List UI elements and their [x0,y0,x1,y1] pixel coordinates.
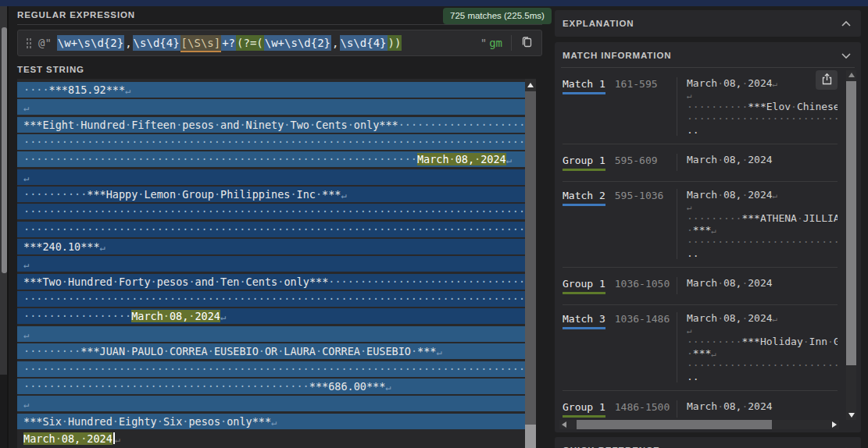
whitespace-dots: ········································… [23,223,525,236]
whitespace-dots: · [113,276,119,288]
whitespace-dots: · [827,336,834,347]
triangle-left-icon[interactable] [562,421,566,428]
newline-icon: ↵ [341,190,346,201]
test-string-content[interactable]: ····***815.92***↵↵***Eight·Hundred·Fifte… [17,82,525,448]
text-run: ***Two·Hundred·Forty·pesos·and·Ten·Cents… [23,276,328,288]
test-string-line[interactable]: ↵ [17,256,525,272]
regex-token[interactable]: \s\d{4} [133,35,180,51]
explanation-panel[interactable]: EXPLANATION [555,10,861,37]
whitespace-dots: ···· [23,84,49,96]
scroll-up-button[interactable] [525,79,536,91]
match-content-line: ↵ [687,201,838,212]
test-string-line[interactable]: ········································… [17,222,525,237]
regex-token[interactable]: \w+\s\d{2} [264,35,331,51]
test-string-line[interactable]: ***Six·Hundred·Eighty·Six·pesos·only***↵ [17,414,525,429]
match-range: 1486-1500 [615,401,670,413]
whitespace-dots: · [741,77,748,89]
regex-token[interactable]: )) [388,35,402,51]
editor-scrollbar[interactable] [525,79,536,448]
quick-reference-panel[interactable]: QUICK REFERENCE [555,437,861,448]
text-run: ***686.00*** [309,380,386,393]
match-entry[interactable]: Match 2595-1036March·08,·2024↵↵·········… [563,181,838,267]
triangle-down-icon[interactable] [848,413,855,418]
whitespace-dots: ······························ [687,359,838,371]
triangle-up-icon[interactable] [848,73,855,77]
group-entry[interactable]: Group 1595-609March·08,·2024 [563,144,838,181]
match-content: March·08,·2024↵↵·········***Holiday·Inn·… [677,312,838,382]
group-entry[interactable]: Group 11036-1050March·08,·2024 [563,267,838,304]
test-string-line[interactable]: ↵ [17,99,525,115]
regex-token[interactable]: [\S\s] [180,35,222,52]
regex-flags[interactable]: gm [489,37,502,49]
whitespace-dots: · [316,345,322,357]
regex-token[interactable]: , [331,35,339,51]
match-label[interactable]: Match 1 [563,78,605,94]
triangle-up-icon [527,83,534,87]
test-string-editor[interactable]: ····***815.92***↵↵***Eight·Hundred·Fifte… [17,79,536,448]
regex-token[interactable]: +? [221,35,236,51]
text-run: .. [687,247,699,259]
match-label[interactable]: Match 2 [563,190,605,206]
test-string-line[interactable]: ········································… [17,291,525,307]
test-string-line[interactable]: March·08,·2024↵ [17,431,525,446]
regex-section-title: REGULAR EXPRESSION [17,10,135,20]
test-string-line[interactable]: ········································… [17,151,525,167]
regex-token[interactable]: \s\d{4} [340,35,388,51]
test-string-line[interactable]: ***Two·Hundred·Forty·pesos·and·Ten·Cents… [17,274,525,290]
group-label[interactable]: Group 1 [563,278,605,294]
group-label[interactable]: Group 1 [563,155,605,171]
copy-regex-button[interactable] [520,35,534,51]
match-entry[interactable]: Match 31036-1486March·08,·2024↵↵········… [563,304,838,390]
test-string-line[interactable]: ··········***Happy·Lemon·Group·Philippin… [17,187,525,202]
test-string-line[interactable]: ·········***JUAN·PAULO·CORREA·EUSEBIO·OR… [17,343,525,359]
regex-input[interactable]: @" \w+\s\d{2},\s\d{4}[\S\s]+?(?=(\w+\s\d… [17,30,542,56]
whitespace-dots: · [717,277,723,289]
whitespace-dots: ················· [23,310,131,322]
group-entry[interactable]: Group 11486-1500March·08,·2024 [563,390,838,418]
copy-icon [520,35,534,51]
regex-token[interactable]: , [124,35,132,51]
newline-icon: ↵ [687,325,692,336]
whitespace-dots: · [182,415,188,428]
top-navigation-bar [0,0,868,6]
group-label[interactable]: Group 1 [563,401,605,418]
test-string-line[interactable]: ↵ [17,169,525,185]
test-string-line[interactable]: ········································… [17,134,525,150]
whitespace-dots: · [687,224,693,236]
regex-box-divider [511,35,512,51]
editor-scrollbar-thumb[interactable] [525,425,536,448]
match-label[interactable]: Match 3 [563,313,605,329]
match-list-horizontal-scrollbar[interactable] [559,420,839,429]
text-run: ***Six·Hundred·Eighty·Six·pesos·only*** [23,415,271,428]
page-scrollbar-thumb[interactable] [2,27,7,273]
test-string-line[interactable]: ········································… [17,204,525,219]
test-string-line[interactable]: ········································… [17,361,525,377]
vertical-scrollbar-thumb[interactable] [846,81,856,365]
test-string-line[interactable]: ·················March·08,·2024↵ [17,308,525,324]
whitespace-dots: · [411,345,417,357]
test-string-line[interactable]: ········································… [17,379,525,394]
test-string-line[interactable]: ***240.10***↵ [17,239,525,254]
regex-token[interactable]: (?=( [236,35,264,51]
whitespace-dots: · [717,400,723,412]
page-scrollbar[interactable] [0,6,9,448]
drag-handle-icon[interactable] [26,37,32,48]
whitespace-dots: · [163,310,170,322]
chevron-up-icon[interactable] [841,443,852,448]
match-entry[interactable]: Match 1161-595March·08,·2024↵↵··········… [563,70,838,144]
test-string-line[interactable]: ↵ [17,396,525,411]
regex-pattern[interactable]: \w+\s\d{2},\s\d{4}[\S\s]+?(?=(\w+\s\d{2}… [57,37,402,49]
test-string-line[interactable]: ····***815.92***↵ [17,82,525,98]
triangle-right-icon[interactable] [832,421,837,428]
whitespace-dots: ·········· [687,101,748,112]
regex-token[interactable]: \w+\s\d{2} [57,35,124,51]
test-string-line[interactable]: ↵ [17,326,525,342]
chevron-down-icon[interactable] [841,48,852,62]
match-range: 1036-1486 [615,313,670,325]
match-list-vertical-scrollbar[interactable] [846,70,856,420]
test-string-line[interactable]: ***Eight·Hundred·Fifteen·pesos·and·Ninet… [17,117,525,133]
export-matches-button[interactable] [816,70,838,90]
chevron-up-icon[interactable] [841,16,852,30]
horizontal-scrollbar-thumb[interactable] [577,420,772,429]
whitespace-dots: ······························ [687,236,838,247]
